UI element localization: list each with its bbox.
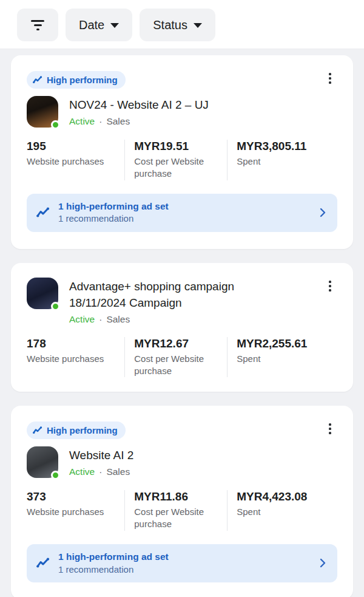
recommendation-title: 1 high-performing ad set bbox=[58, 200, 311, 213]
high-performing-badge: High performing bbox=[27, 71, 126, 89]
avatar bbox=[27, 446, 58, 478]
metric-value: 178 bbox=[27, 337, 117, 350]
campaign-card[interactable]: High performing Website AI 2 Active · Sa… bbox=[11, 406, 353, 597]
status-filter-label: Status bbox=[153, 18, 187, 32]
metric-label: Cost per Website purchase bbox=[134, 506, 220, 531]
metric-website-purchases: 195 Website purchases bbox=[27, 140, 124, 180]
metric-value: MYR3,805.11 bbox=[237, 140, 330, 153]
metric-cost-per-purchase: MYR12.67 Cost per Website purchase bbox=[124, 337, 227, 378]
caret-down-icon bbox=[110, 23, 119, 28]
metric-website-purchases: 373 Website purchases bbox=[27, 490, 124, 531]
chevron-right-icon bbox=[319, 207, 326, 218]
recommendation-subtitle: 1 recommendation bbox=[58, 213, 311, 225]
metric-label: Spent bbox=[237, 506, 330, 518]
metric-label: Spent bbox=[237, 353, 330, 365]
kebab-menu-icon[interactable] bbox=[322, 420, 339, 437]
badge-row: High performing bbox=[27, 71, 337, 89]
filter-button[interactable] bbox=[17, 9, 58, 41]
campaign-card[interactable]: High performing NOV24 - Website AI 2 – U… bbox=[11, 55, 353, 249]
campaign-objective: Sales bbox=[106, 116, 130, 127]
metric-label: Website purchases bbox=[27, 353, 117, 365]
status-separator: · bbox=[99, 466, 102, 477]
status-separator: · bbox=[99, 116, 102, 127]
kebab-menu-icon[interactable] bbox=[322, 278, 339, 295]
campaign-card[interactable]: Advantage+ shopping campaign 18/11/2024 … bbox=[11, 263, 353, 392]
status-filter-button[interactable]: Status bbox=[140, 9, 215, 41]
trend-icon bbox=[33, 426, 42, 434]
campaign-header: Website AI 2 Active · Sales bbox=[27, 446, 337, 478]
metric-value: MYR19.51 bbox=[134, 140, 220, 153]
filter-bar: Date Status bbox=[0, 0, 364, 49]
status-active: Active bbox=[69, 116, 95, 127]
active-status-dot bbox=[51, 120, 60, 129]
campaign-objective: Sales bbox=[106, 466, 130, 477]
campaign-header: NOV24 - Website AI 2 – UJ Active · Sales bbox=[27, 96, 337, 128]
metric-spent: MYR3,805.11 Spent bbox=[227, 140, 337, 180]
chevron-right-icon bbox=[319, 558, 326, 568]
metric-spent: MYR2,255.61 Spent bbox=[227, 337, 337, 378]
metrics-row: 178 Website purchases MYR12.67 Cost per … bbox=[27, 337, 337, 378]
metric-cost-per-purchase: MYR19.51 Cost per Website purchase bbox=[124, 140, 227, 180]
metrics-row: 195 Website purchases MYR19.51 Cost per … bbox=[27, 140, 337, 180]
campaign-title: Website AI 2 bbox=[69, 448, 337, 464]
status-line: Active · Sales bbox=[69, 116, 337, 127]
kebab-menu-icon[interactable] bbox=[322, 70, 339, 87]
metric-label: Website purchases bbox=[27, 506, 117, 518]
campaign-header: Advantage+ shopping campaign 18/11/2024 … bbox=[27, 278, 337, 325]
badge-label: High performing bbox=[47, 75, 118, 85]
campaign-list: High performing NOV24 - Website AI 2 – U… bbox=[0, 49, 364, 597]
high-performing-badge: High performing bbox=[27, 421, 126, 439]
badge-label: High performing bbox=[47, 425, 118, 435]
metrics-row: 373 Website purchases MYR11.86 Cost per … bbox=[27, 490, 337, 531]
date-filter-button[interactable]: Date bbox=[66, 9, 132, 41]
recommendation-title: 1 high-performing ad set bbox=[58, 551, 311, 564]
recommendation-subtitle: 1 recommendation bbox=[58, 564, 311, 576]
trend-icon bbox=[33, 76, 42, 84]
trend-icon bbox=[36, 558, 50, 568]
metric-value: MYR4,423.08 bbox=[237, 490, 330, 503]
metric-value: MYR12.67 bbox=[134, 337, 220, 350]
metric-value: MYR11.86 bbox=[134, 490, 220, 503]
metric-label: Website purchases bbox=[27, 155, 117, 168]
active-status-dot bbox=[51, 471, 60, 480]
badge-row: High performing bbox=[27, 421, 337, 439]
campaign-title: Advantage+ shopping campaign 18/11/2024 … bbox=[69, 279, 269, 312]
avatar bbox=[27, 278, 58, 309]
trend-icon bbox=[36, 207, 50, 218]
metric-website-purchases: 178 Website purchases bbox=[27, 337, 124, 378]
status-separator: · bbox=[99, 314, 102, 325]
avatar bbox=[27, 96, 58, 128]
metric-cost-per-purchase: MYR11.86 Cost per Website purchase bbox=[124, 490, 227, 531]
metric-value: 373 bbox=[27, 490, 117, 503]
metric-spent: MYR4,423.08 Spent bbox=[227, 490, 337, 531]
metric-value: MYR2,255.61 bbox=[237, 337, 330, 350]
recommendation-banner[interactable]: 1 high-performing ad set 1 recommendatio… bbox=[27, 544, 337, 582]
status-line: Active · Sales bbox=[69, 466, 337, 477]
metric-label: Cost per Website purchase bbox=[134, 155, 220, 180]
recommendation-banner[interactable]: 1 high-performing ad set 1 recommendatio… bbox=[27, 194, 337, 232]
metric-label: Spent bbox=[237, 155, 330, 168]
status-active: Active bbox=[69, 466, 95, 477]
campaign-title: NOV24 - Website AI 2 – UJ bbox=[69, 97, 337, 114]
status-line: Active · Sales bbox=[69, 314, 337, 325]
status-active: Active bbox=[69, 314, 95, 325]
metric-value: 195 bbox=[27, 140, 117, 153]
metric-label: Cost per Website purchase bbox=[134, 353, 220, 378]
active-status-dot bbox=[51, 302, 60, 311]
campaign-objective: Sales bbox=[106, 314, 130, 325]
filter-icon bbox=[31, 20, 44, 30]
caret-down-icon bbox=[194, 23, 202, 28]
date-filter-label: Date bbox=[79, 18, 104, 32]
